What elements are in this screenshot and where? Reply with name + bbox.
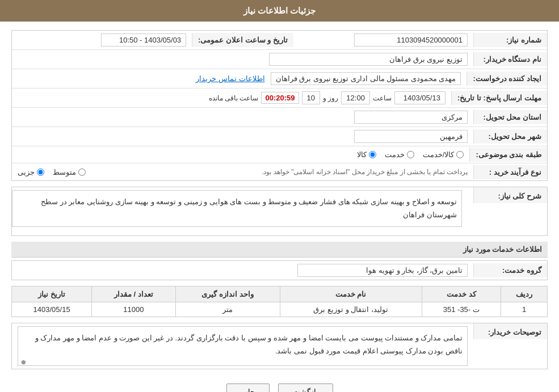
need-number-value: 1103094520000001 xyxy=(293,31,473,49)
city-value: فرمهین xyxy=(12,127,473,146)
page-wrapper: جزئیات اطلاعات نیاز شماره نیاز: 11030945… xyxy=(0,0,559,392)
process-type-radio-jozi[interactable]: جزیی xyxy=(18,168,44,176)
process-motavasset-label: متوسط xyxy=(53,168,76,176)
creator-contact-link[interactable]: اطلاعات تماس خریدار xyxy=(196,74,264,83)
service-group-row: گروه خدمت: تامین برق، گاز، بخار و تهویه … xyxy=(12,261,547,280)
row-city: شهر محل تحویل: فرمهین xyxy=(12,127,547,146)
province-label: استان محل تحویل: xyxy=(473,110,547,124)
announce-datetime-label: تاریخ و ساعت اعلان عمومی: xyxy=(192,33,293,47)
announce-datetime-box: 1403/05/03 - 10:50 xyxy=(101,33,186,47)
need-number-box: 1103094520000001 xyxy=(354,33,468,47)
services-table-body: 1ت -35- 351تولید، انتقال و توزیع برقمتر1… xyxy=(12,302,548,317)
row-response-deadline: مهلت ارسال پاسخ: تا تاریخ: 1403/05/13 سا… xyxy=(12,88,547,108)
back-button[interactable]: بازگشت xyxy=(278,383,333,392)
services-header: اطلاعات خدمات مورد نیاز xyxy=(11,242,548,258)
category-radio-kala-khedmat[interactable]: کالا/خدمت xyxy=(423,150,464,159)
buyer-org-value: توزیع نیروی برق فراهان xyxy=(12,50,473,69)
process-type-radio-motavasset[interactable]: متوسط xyxy=(53,168,86,176)
countdown-label: ساعت باقی مانده xyxy=(209,94,259,102)
province-box: مرکزی xyxy=(354,111,468,124)
table-cell-unit: متر xyxy=(175,302,280,317)
row-need-number: شماره نیاز: 1103094520000001 تاریخ و ساع… xyxy=(12,31,547,50)
notes-section: توصیحات خریدار: تمامی مدارک و مستندات پی… xyxy=(11,323,548,369)
process-type-options: پرداخت تمام یا بخشی از مبلغ خریداز محل "… xyxy=(12,165,473,179)
date-box: 1403/05/13 xyxy=(394,91,445,104)
row-province: استان محل تحویل: مرکزی xyxy=(12,108,547,127)
response-deadline-values: 1403/05/13 ساعت 12:00 روز و 10 00:20:59 … xyxy=(12,88,451,107)
description-row: شرح کلی نیاز: توسعه و اصلاح و بهینه سازی… xyxy=(12,187,547,235)
service-group-value: تامین برق، گاز، بخار و تهویه هوا xyxy=(12,261,473,280)
table-cell-name: تولید، انتقال و توزیع برق xyxy=(280,302,422,317)
print-button[interactable]: چاپ xyxy=(226,383,270,392)
category-khedmat-label: خدمت xyxy=(385,150,405,159)
creator-value: مهدی محمودی مسئول مالی اداری توزیع نیروی… xyxy=(12,69,466,88)
category-radio-group: کالا/خدمت خدمت کالا xyxy=(18,150,464,159)
creator-label: ایجاد کننده درخواست: xyxy=(466,71,547,86)
row-buyer-org: نام دستگاه خریدار: توزیع نیروی برق فراها… xyxy=(12,50,547,69)
creator-box: مهدی محمودی مسئول مالی اداری توزیع نیروی… xyxy=(271,72,461,85)
process-jozi-label: جزیی xyxy=(18,168,35,176)
buyer-org-label: نام دستگاه خریدار: xyxy=(473,52,547,66)
description-value: توسعه و اصلاح و بهینه سازی شبکه های فشار… xyxy=(12,187,473,235)
table-cell-quantity: 11000 xyxy=(92,302,175,317)
services-table-header: ردیف کد خدمت نام خدمت واحد اندازه گیری ت… xyxy=(12,286,548,302)
notes-row: توصیحات خریدار: تمامی مدارک و مستندات پی… xyxy=(12,323,547,369)
col-date: تاریخ نیاز xyxy=(12,286,92,302)
row-category: طبقه بندی موضوعی: کالا/خدمت خدمت xyxy=(12,146,547,163)
page-title: جزئیات اطلاعات نیاز xyxy=(243,6,316,15)
buyer-org-box: توزیع نیروی برق فراهان xyxy=(269,53,468,66)
category-kala-label: کالا xyxy=(357,150,367,159)
resize-handle[interactable]: ⬟ xyxy=(19,357,26,364)
col-unit: واحد اندازه گیری xyxy=(175,286,280,302)
col-quantity: تعداد / مقدار xyxy=(92,286,175,302)
time-box: 12:00 xyxy=(341,91,370,104)
row-process-type: نوع فرآیند خرید : پرداخت تمام یا بخشی از… xyxy=(12,163,547,180)
city-box: فرمهین xyxy=(354,130,468,143)
table-row: 1ت -35- 351تولید، انتقال و توزیع برقمتر1… xyxy=(12,302,548,317)
top-info-section: شماره نیاز: 1103094520000001 تاریخ و ساع… xyxy=(11,30,548,181)
need-number-label: شماره نیاز: xyxy=(473,33,547,47)
category-radio-kala-input[interactable] xyxy=(369,151,376,158)
description-section: شرح کلی نیاز: توسعه و اصلاح و بهینه سازی… xyxy=(11,187,548,236)
services-info: گروه خدمت: تامین برق، گاز، بخار و تهویه … xyxy=(11,260,548,280)
page-header: جزئیات اطلاعات نیاز xyxy=(0,0,559,22)
day-label: روز و xyxy=(323,94,338,102)
notes-box: تمامی مدارک و مستندات پیوست می بایست امض… xyxy=(18,326,468,366)
category-radio-kala[interactable]: کالا xyxy=(357,150,376,159)
services-table: ردیف کد خدمت نام خدمت واحد اندازه گیری ت… xyxy=(11,286,548,317)
process-radio-jozi-input[interactable] xyxy=(37,168,44,176)
table-cell-date: 1403/05/15 xyxy=(12,302,92,317)
row-creator: ایجاد کننده درخواست: مهدی محمودی مسئول م… xyxy=(12,69,547,88)
notes-label: توصیحات خریدار: xyxy=(473,323,547,339)
service-group-box: تامین برق، گاز، بخار و تهویه هوا xyxy=(297,264,468,277)
col-code: کد خدمت xyxy=(422,286,501,302)
day-box: 10 xyxy=(302,91,320,104)
description-label: شرح کلی نیاز: xyxy=(473,187,547,203)
countdown-box: 00:20:59 xyxy=(261,92,299,104)
time-label: ساعت xyxy=(373,94,392,102)
notes-text: تمامی مدارک و مستندات پیوست می بایست امض… xyxy=(35,334,463,355)
category-label: طبقه بندی موضوعی: xyxy=(469,147,547,162)
buttons-row: بازگشت چاپ xyxy=(11,375,548,392)
process-type-label: نوع فرآیند خرید : xyxy=(473,165,547,179)
category-kala-khedmat-label: کالا/خدمت xyxy=(423,150,455,159)
notes-info-section: توصیحات خریدار: تمامی مدارک و مستندات پی… xyxy=(11,323,548,369)
table-cell-code: ت -35- 351 xyxy=(422,302,501,317)
province-value: مرکزی xyxy=(12,108,473,127)
main-content: شماره نیاز: 1103094520000001 تاریخ و ساع… xyxy=(0,22,559,392)
services-table-header-row: ردیف کد خدمت نام خدمت واحد اندازه گیری ت… xyxy=(12,286,548,302)
services-section: اطلاعات خدمات مورد نیاز گروه خدمت: تامین… xyxy=(11,242,548,317)
service-group-label: گروه خدمت: xyxy=(473,263,547,277)
category-radio-khedmat-input[interactable] xyxy=(407,151,414,158)
announce-datetime-value: 1403/05/03 - 10:50 xyxy=(12,31,192,49)
response-deadline-label: مهلت ارسال پاسخ: تا تاریخ: xyxy=(451,91,547,105)
process-radio-motavasset-input[interactable] xyxy=(78,168,86,176)
category-radio-kala-khedmat-input[interactable] xyxy=(456,151,464,158)
col-name: نام خدمت xyxy=(280,286,422,302)
table-cell-row: 1 xyxy=(501,302,548,317)
process-note: پرداخت تمام یا بخشی از مبلغ خریداز محل "… xyxy=(94,168,468,176)
category-options: کالا/خدمت خدمت کالا xyxy=(12,147,469,162)
process-type-row: پرداخت تمام یا بخشی از مبلغ خریداز محل "… xyxy=(18,168,468,176)
category-radio-khedmat[interactable]: خدمت xyxy=(385,150,414,159)
city-label: شهر محل تحویل: xyxy=(473,129,547,144)
